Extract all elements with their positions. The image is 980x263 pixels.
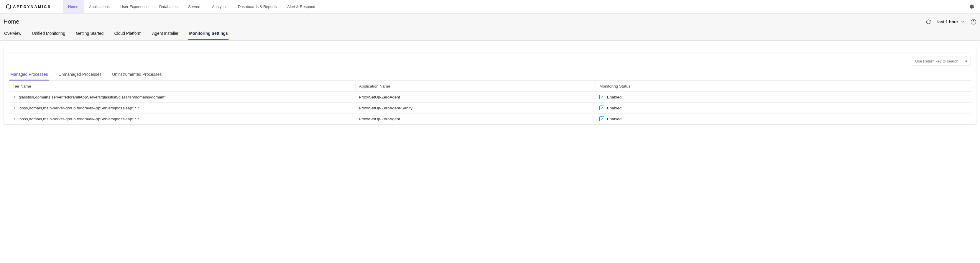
subheader: Home last 1 hour Overview Unified Monito… <box>0 14 980 41</box>
subtab-monitoring-settings[interactable]: Monitoring Settings <box>188 28 228 40</box>
subtab-cloud-platform[interactable]: Cloud Platform <box>113 28 142 40</box>
subtab-label: Overview <box>4 31 21 36</box>
subtab-label: Monitoring Settings <box>189 31 228 36</box>
table-row: jboss,domain,main-server-group,fedora/al… <box>9 103 971 113</box>
subtab-label: Agent Installer <box>152 31 179 36</box>
nav-servers[interactable]: Servers <box>183 0 207 13</box>
col-header-tier[interactable]: Tier Name <box>9 81 355 92</box>
nav-label: Alert & Respond <box>287 5 315 9</box>
checkmark-icon <box>600 96 603 99</box>
inner-tab-label: Unmanaged Processes <box>59 72 102 77</box>
search-box[interactable] <box>912 57 971 65</box>
tier-name: jboss,domain,main-server-group,fedora/al… <box>19 117 139 121</box>
content: Managed Processes Unmanaged Processes Un… <box>0 41 980 130</box>
status-label: Enabled <box>607 95 622 99</box>
refresh-icon[interactable] <box>926 19 931 25</box>
tab-managed-processes[interactable]: Managed Processes <box>9 70 49 80</box>
nav-label: Analytics <box>212 5 228 9</box>
help-icon[interactable] <box>970 19 977 25</box>
nav-label: Databases <box>159 5 178 9</box>
subtab-getting-started[interactable]: Getting Started <box>75 28 104 40</box>
search-row <box>9 52 971 70</box>
subtab-unified-monitoring[interactable]: Unified Monitoring <box>31 28 66 40</box>
inner-tabs: Managed Processes Unmanaged Processes Un… <box>9 70 971 81</box>
app-name: ProxySetUp-ZeroAgent <box>359 117 400 121</box>
inner-tab-label: Uninstrumented Processes <box>112 72 162 77</box>
search-input[interactable] <box>915 59 965 64</box>
status-checkbox[interactable] <box>600 105 604 110</box>
status-checkbox[interactable] <box>600 116 604 121</box>
nav-items: Home Applications User Experience Databa… <box>63 0 320 13</box>
nav-label: Servers <box>188 5 201 9</box>
nav-databases[interactable]: Databases <box>154 0 183 13</box>
subtab-label: Cloud Platform <box>114 31 142 36</box>
tab-uninstrumented-processes[interactable]: Uninstrumented Processes <box>111 70 163 80</box>
nav-label: User Experience <box>120 5 149 9</box>
brand-logo: APPDYNAMICS <box>6 4 51 10</box>
checkmark-icon <box>600 117 603 120</box>
time-range-picker[interactable]: last 1 hour <box>937 19 965 24</box>
nav-label: Home <box>68 5 78 9</box>
panel: Managed Processes Unmanaged Processes Un… <box>3 46 977 125</box>
checkmark-icon <box>600 107 603 109</box>
page-title: Home <box>3 18 19 25</box>
nav-user-experience[interactable]: User Experience <box>115 0 154 13</box>
subtab-agent-installer[interactable]: Agent Installer <box>151 28 179 40</box>
brand-logo-icon <box>6 4 11 10</box>
status-label: Enabled <box>607 117 622 121</box>
nav-alert-respond[interactable]: Alert & Respond <box>282 0 320 13</box>
subtab-label: Unified Monitoring <box>32 31 65 36</box>
tier-name: jboss,domain,main-server-group,fedora/al… <box>19 106 139 110</box>
inner-tab-label: Managed Processes <box>10 72 48 77</box>
subtab-label: Getting Started <box>76 31 103 36</box>
col-header-app[interactable]: Application Name <box>355 81 596 92</box>
status-label: Enabled <box>607 106 622 110</box>
search-icon <box>965 59 967 64</box>
nav-analytics[interactable]: Analytics <box>207 0 232 13</box>
col-header-status[interactable]: Monitoring Status <box>596 81 971 92</box>
app-name: ProxySetUp-ZeroAgent <box>359 95 400 99</box>
gear-icon[interactable] <box>968 4 974 10</box>
chevron-right-icon[interactable] <box>13 117 16 121</box>
chevron-right-icon[interactable] <box>13 106 16 110</box>
table-row: jboss,domain,main-server-group,fedora/al… <box>9 113 971 124</box>
brand-name: APPDYNAMICS <box>13 5 51 9</box>
nav-dashboards-reports[interactable]: Dashboards & Reports <box>232 0 282 13</box>
subtab-overview[interactable]: Overview <box>3 28 22 40</box>
top-nav: APPDYNAMICS Home Applications User Exper… <box>0 0 980 14</box>
nav-label: Applications <box>89 5 110 9</box>
chevron-right-icon[interactable] <box>13 95 16 99</box>
status-checkbox[interactable] <box>600 95 604 99</box>
tier-name: glassfish,domain1,server,fedora/allAppSe… <box>19 95 166 99</box>
table-row: glassfish,domain1,server,fedora/allAppSe… <box>9 92 971 103</box>
nav-applications[interactable]: Applications <box>84 0 115 13</box>
tab-unmanaged-processes[interactable]: Unmanaged Processes <box>57 70 103 80</box>
time-range-label: last 1 hour <box>937 19 958 24</box>
nav-home[interactable]: Home <box>63 0 84 13</box>
nav-label: Dashboards & Reports <box>238 5 277 9</box>
processes-table: Tier Name Application Name Monitoring St… <box>9 81 971 124</box>
app-name: ProxySetUp-ZeroAgent-Sanity <box>359 106 412 110</box>
subtabs: Overview Unified Monitoring Getting Star… <box>0 28 980 40</box>
chevron-down-icon <box>961 20 965 24</box>
